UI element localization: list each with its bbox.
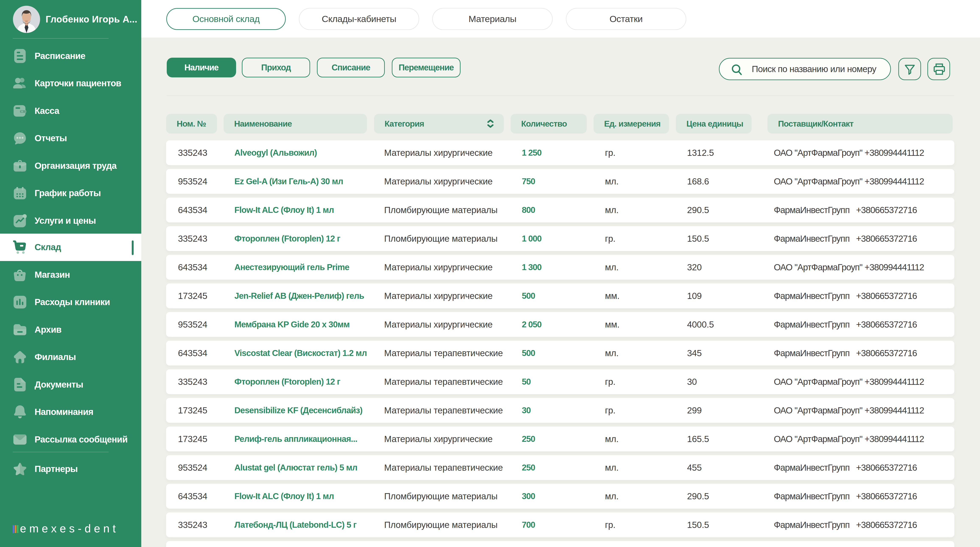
svg-text:emexes-dent: emexes-dent	[20, 523, 118, 535]
